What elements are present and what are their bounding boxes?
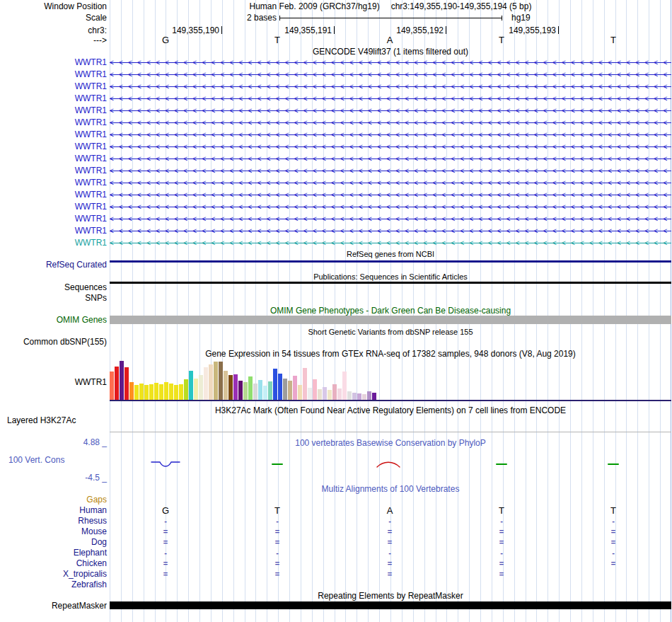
- gencode-transcript-label[interactable]: WWTR1: [0, 117, 107, 127]
- chrom-label: chr3:: [0, 25, 107, 35]
- species-label[interactable]: Elephant: [0, 548, 107, 558]
- species-label[interactable]: Gaps: [0, 495, 107, 505]
- species-label[interactable]: Dog: [0, 537, 107, 547]
- gencode-transcript-label[interactable]: WWTR1: [0, 178, 107, 188]
- gencode-transcript-label[interactable]: WWTR1: [0, 93, 107, 103]
- layered-h3k27ac-label[interactable]: Layered H3K27Ac: [7, 415, 76, 425]
- gtex-gene-label[interactable]: WWTR1: [0, 377, 107, 387]
- species-label[interactable]: Zebrafish: [0, 580, 107, 589]
- gencode-transcript-label[interactable]: WWTR1: [0, 69, 107, 79]
- gencode-transcript-label[interactable]: WWTR1: [0, 81, 107, 91]
- species-label[interactable]: Rhesus: [0, 516, 107, 526]
- species-label[interactable]: Human: [0, 505, 107, 515]
- species-label[interactable]: Chicken: [0, 558, 107, 568]
- gencode-transcript-label[interactable]: WWTR1: [0, 214, 107, 224]
- gencode-transcript-label[interactable]: WWTR1: [0, 226, 107, 236]
- conservation-track-label[interactable]: 100 Vert. Cons: [8, 455, 64, 465]
- gencode-transcript-label[interactable]: WWTR1: [0, 238, 107, 248]
- strand-label: --->: [0, 35, 107, 45]
- gencode-transcript-label[interactable]: WWTR1: [0, 202, 107, 212]
- species-label[interactable]: Mouse: [0, 526, 107, 536]
- omim-genes-label[interactable]: OMIM Genes: [0, 315, 107, 325]
- window-position-label: Window Position: [0, 1, 107, 11]
- sequences-label[interactable]: Sequences: [0, 282, 107, 292]
- gencode-transcript-label[interactable]: WWTR1: [0, 142, 107, 151]
- gencode-transcript-label[interactable]: WWTR1: [0, 154, 107, 163]
- refseq-curated-label[interactable]: RefSeq Curated: [0, 260, 107, 270]
- species-label[interactable]: X_tropicalis: [0, 569, 107, 579]
- gencode-transcript-label[interactable]: WWTR1: [0, 57, 107, 67]
- gencode-transcript-label[interactable]: WWTR1: [0, 129, 107, 139]
- conservation-min-label: -4.5 _: [0, 473, 107, 483]
- repeatmasker-label[interactable]: RepeatMasker: [0, 601, 107, 611]
- scale-label: Scale: [0, 13, 107, 23]
- gencode-transcript-label[interactable]: WWTR1: [0, 105, 107, 115]
- gencode-transcript-label[interactable]: WWTR1: [0, 166, 107, 175]
- genome-browser-image: Human Feb. 2009 (GRCh37/hg19) chr3:149,3…: [0, 0, 672, 622]
- gencode-transcript-label[interactable]: WWTR1: [0, 190, 107, 200]
- common-dbsnp-label[interactable]: Common dbSNP(155): [0, 337, 107, 347]
- snps-label[interactable]: SNPs: [0, 293, 107, 303]
- conservation-max-label: 4.88 _: [0, 437, 107, 447]
- track-label-gutter: Window Position Scale chr3: ---> RefSeq …: [0, 0, 672, 622]
